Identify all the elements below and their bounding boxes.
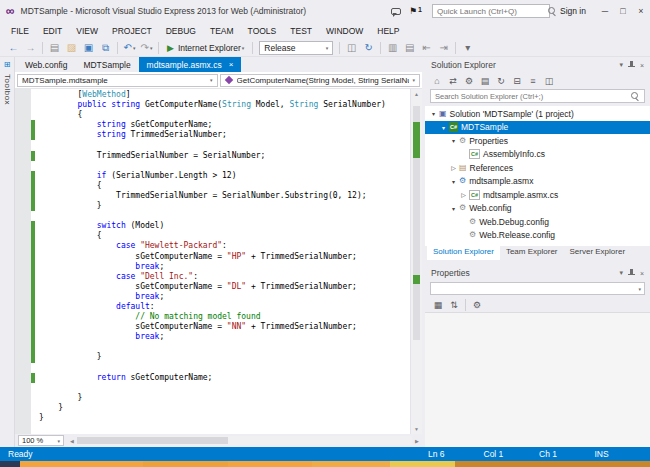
- nav-backward-icon[interactable]: ←: [5, 40, 22, 56]
- increase-indent-icon[interactable]: ⇥: [435, 40, 452, 56]
- pin-icon[interactable]: [628, 61, 635, 70]
- code-line[interactable]: sGetComputerName = "DL" + TrimmedSerialN…: [31, 282, 410, 292]
- code-line[interactable]: [31, 383, 410, 393]
- menu-edit[interactable]: EDIT: [36, 26, 69, 36]
- comment-lines-icon[interactable]: ▥: [384, 40, 401, 56]
- menu-project[interactable]: PROJECT: [105, 26, 159, 36]
- tree-item-solution-mdtsample-1-project[interactable]: ▾▣Solution 'MDTSample' (1 project): [425, 107, 650, 121]
- collapse-icon[interactable]: ▾: [439, 124, 448, 131]
- close-button[interactable]: ×: [632, 0, 650, 22]
- menu-file[interactable]: FILE: [4, 26, 36, 36]
- close-panel-icon[interactable]: ×: [640, 270, 644, 277]
- code-line[interactable]: public string GetComputerName(String Mod…: [31, 100, 410, 110]
- code-line[interactable]: [31, 342, 410, 352]
- scroll-up-icon[interactable]: ▲: [411, 89, 422, 99]
- open-file-icon[interactable]: ▨: [63, 40, 80, 56]
- members-combo[interactable]: GetComputerName(String Model, String Ser…: [220, 74, 421, 87]
- tree-item-web-debug-config[interactable]: ⚙Web.Debug.config: [425, 215, 650, 229]
- tab-mdtsample-asmx-cs[interactable]: mdtsample.asmx.cs×: [139, 57, 242, 72]
- tool-tab-server-explorer[interactable]: Server Explorer: [564, 246, 632, 260]
- tree-item-assemblyinfo-cs[interactable]: C#AssemblyInfo.cs: [425, 148, 650, 162]
- code-line[interactable]: case "Hewlett-Packard":: [31, 241, 410, 251]
- code-line[interactable]: default:: [31, 302, 410, 312]
- code-line[interactable]: {: [31, 110, 410, 120]
- menu-window[interactable]: WINDOW: [319, 26, 370, 36]
- expand-icon[interactable]: ▷: [459, 191, 468, 198]
- tree-item-properties[interactable]: ▾⚙Properties: [425, 134, 650, 148]
- solution-configurations-combo[interactable]: Release▾: [259, 41, 333, 55]
- menu-help[interactable]: HELP: [370, 26, 406, 36]
- code-line[interactable]: [WebMethod]: [31, 90, 410, 100]
- code-lines[interactable]: [WebMethod] public string GetComputerNam…: [31, 89, 410, 434]
- collapse-icon[interactable]: ▾: [449, 137, 458, 144]
- maximize-button[interactable]: □: [614, 0, 632, 22]
- menu-tools[interactable]: TOOLS: [241, 26, 284, 36]
- redo-icon[interactable]: ↷▾: [138, 40, 155, 56]
- code-line[interactable]: [31, 363, 410, 373]
- preview-selected-items-icon[interactable]: ◫: [541, 76, 557, 86]
- code-line[interactable]: break;: [31, 262, 410, 272]
- feedback-icon[interactable]: [391, 8, 401, 15]
- code-line[interactable]: string sGetComputerName;: [31, 120, 410, 130]
- window-menu-icon[interactable]: ▾: [619, 61, 623, 69]
- undo-icon[interactable]: ↶▾: [121, 40, 138, 56]
- code-line[interactable]: sGetComputerName = "NN" + TrimmedSerialN…: [31, 322, 410, 332]
- code-line[interactable]: [31, 140, 410, 150]
- uncomment-lines-icon[interactable]: ▤: [401, 40, 418, 56]
- code-line[interactable]: }: [31, 393, 410, 403]
- collapse-all-icon[interactable]: ⊟: [509, 76, 525, 86]
- zoom-combo[interactable]: 100 % ▾: [18, 435, 64, 446]
- expand-icon[interactable]: ▷: [449, 164, 458, 171]
- collapse-icon[interactable]: ▾: [449, 178, 458, 185]
- tab-web-config[interactable]: Web.config: [17, 57, 75, 72]
- pin-icon[interactable]: [628, 269, 635, 278]
- new-file-icon[interactable]: ▤: [46, 40, 63, 56]
- scroll-down-icon[interactable]: ▼: [411, 424, 422, 434]
- code-line[interactable]: if (SerialNumber.Length > 12): [31, 171, 410, 181]
- menu-team[interactable]: TEAM: [203, 26, 241, 36]
- categorized-icon[interactable]: ▦: [430, 300, 446, 310]
- code-line[interactable]: string TrimmedSerialNumber;: [31, 130, 410, 140]
- tool-tab-solution-explorer[interactable]: Solution Explorer: [427, 246, 500, 260]
- collapse-icon[interactable]: ▾: [429, 110, 438, 117]
- save-all-icon[interactable]: ⧉: [97, 40, 114, 56]
- save-icon[interactable]: ▣: [80, 40, 97, 56]
- editor-horizontal-scrollbar[interactable]: ◀ ▶: [67, 434, 422, 447]
- tree-item-web-release-config[interactable]: ⚙Web.Release.config: [425, 229, 650, 243]
- menu-view[interactable]: VIEW: [69, 26, 105, 36]
- alphabetical-icon[interactable]: ⇅: [446, 300, 462, 310]
- code-line[interactable]: {: [31, 181, 410, 191]
- property-pages-icon[interactable]: ⚙: [469, 300, 485, 310]
- types-combo[interactable]: MDTSample.mdtsample ▾: [17, 74, 218, 87]
- code-line[interactable]: break;: [31, 332, 410, 342]
- code-line[interactable]: }: [31, 352, 410, 362]
- tree-item-web-config[interactable]: ▾⚙Web.config: [425, 202, 650, 216]
- code-line[interactable]: switch (Model): [31, 221, 410, 231]
- solution-explorer-search-box[interactable]: [430, 89, 645, 103]
- code-line[interactable]: [31, 161, 410, 171]
- collapse-icon[interactable]: ▾: [449, 205, 458, 212]
- properties-object-combo[interactable]: ▾: [430, 282, 645, 295]
- tool-tab-team-explorer[interactable]: Team Explorer: [500, 246, 564, 260]
- code-line[interactable]: case "Dell Inc.":: [31, 272, 410, 282]
- code-line[interactable]: {: [31, 231, 410, 241]
- tab-mdtsample[interactable]: MDTSample: [75, 57, 138, 72]
- view-code-icon[interactable]: ≡: [525, 76, 541, 86]
- decrease-indent-icon[interactable]: ⇤: [418, 40, 435, 56]
- start-debug-button[interactable]: ▶Internet Explorer▾: [162, 43, 249, 53]
- code-line[interactable]: }: [31, 201, 410, 211]
- solution-explorer-search-input[interactable]: [435, 92, 630, 101]
- scroll-right-icon[interactable]: ▶: [412, 438, 422, 444]
- show-all-files-icon[interactable]: ▤: [477, 76, 493, 86]
- code-line[interactable]: return sGetComputerName;: [31, 373, 410, 383]
- editor-vertical-scrollbar[interactable]: ▲ ▼: [410, 89, 422, 434]
- menu-debug[interactable]: DEBUG: [159, 26, 203, 36]
- close-panel-icon[interactable]: ×: [640, 62, 644, 69]
- menu-test[interactable]: TEST: [283, 26, 319, 36]
- horizontal-scroll-track[interactable]: [77, 436, 412, 445]
- home-icon[interactable]: ⌂: [429, 76, 445, 86]
- sign-in-link[interactable]: Sign in: [560, 6, 586, 16]
- code-line[interactable]: break;: [31, 292, 410, 302]
- code-line[interactable]: sGetComputerName = "HP" + TrimmedSerialN…: [31, 252, 410, 262]
- tree-item-mdtsample[interactable]: ▾C#MDTSample: [425, 121, 650, 135]
